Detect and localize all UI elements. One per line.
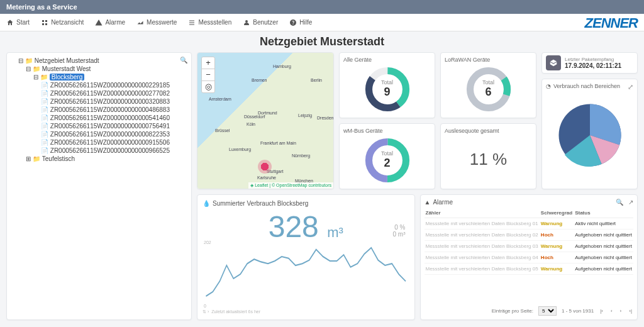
pager-prev[interactable]: ‹ bbox=[609, 308, 614, 314]
alarm-zaehler: Messstelle mit verschleierten Daten Bloc… bbox=[425, 252, 540, 263]
map-city: Karlsruhe bbox=[257, 175, 276, 180]
alarm-row[interactable]: Messstelle mit verschleierten Daten Bloc… bbox=[425, 263, 634, 275]
tree-device[interactable]: 📄 ZR00056266115WZ000000000000486883 bbox=[41, 106, 187, 114]
tree-device[interactable]: 📄 ZR00056266115WZ000000000000822353 bbox=[41, 130, 187, 138]
col-severity[interactable]: Schweregrad bbox=[540, 208, 574, 218]
tree-device[interactable]: 📄 ZR00056266115WZ000000000000915506 bbox=[41, 138, 187, 147]
col-zaehler[interactable]: Zähler bbox=[425, 208, 540, 218]
brand-logo: ZENNER bbox=[585, 15, 638, 31]
tree-device[interactable]: 📄 ZR00056266115WZ000000000000541460 bbox=[41, 114, 187, 122]
alarm-status: Aufgehoben nicht quittiert bbox=[574, 230, 633, 241]
alarm-severity: Hoch bbox=[540, 252, 574, 263]
alarm-status: Aufgehoben nicht quittiert bbox=[574, 241, 633, 252]
menu-netzansicht[interactable]: Netzansicht bbox=[41, 19, 84, 26]
map-zoom-out[interactable]: − bbox=[202, 69, 214, 81]
menu-messwerte[interactable]: Messwerte bbox=[136, 19, 177, 26]
tree-level1[interactable]: ⊟ 📁 Musterstadt West bbox=[26, 65, 187, 73]
sort-icon[interactable]: ⇅ bbox=[203, 309, 206, 314]
donut-total-label: Total bbox=[381, 79, 393, 86]
consumption-chart: 202 0 bbox=[203, 239, 409, 309]
tree-l1-label: Musterstadt West bbox=[42, 65, 91, 72]
app-title: Metering as a Service bbox=[6, 3, 77, 11]
map-attribution: ◈ Leaflet | © OpenStreetMap contributors bbox=[248, 182, 333, 189]
last-packet-card: Letzter Paketempfang17.9.2024, 02:11:21 bbox=[541, 52, 638, 74]
pager-per-select[interactable]: 5 bbox=[538, 306, 557, 316]
tree-device[interactable]: 📄 ZR00056266115WZ000000000000966525 bbox=[41, 147, 187, 155]
tree-root[interactable]: ⊟ 📁 Netzgebiet Musterstadt bbox=[18, 57, 180, 65]
alarms-search-icon[interactable]: 🔍 bbox=[616, 199, 623, 206]
alarms-label: Alarme bbox=[433, 199, 453, 206]
y-tick: 202 bbox=[204, 240, 211, 245]
tree-sibling-label: Teufelstisch bbox=[42, 155, 75, 162]
tree-search-icon[interactable]: 🔍 bbox=[180, 57, 187, 64]
alarms-card: ▲Alarme 🔍↗ Zähler Schweregrad Status Mes… bbox=[420, 194, 638, 320]
tree-sibling[interactable]: ⊞ 📁 Teufelstisch bbox=[26, 155, 187, 163]
expand-icon[interactable]: ⤢ bbox=[628, 83, 633, 91]
map-city: Frankfurt am Main bbox=[260, 141, 296, 145]
alarms-expand-icon[interactable]: ↗ bbox=[628, 199, 633, 206]
y-min: 0 bbox=[204, 304, 206, 308]
alarm-row[interactable]: Messstelle mit verschleierten Daten Bloc… bbox=[425, 241, 634, 252]
alarms-table: Zähler Schweregrad Status Messstelle mit… bbox=[425, 208, 634, 275]
donut-value: 6 bbox=[482, 86, 494, 99]
menu-hilfe[interactable]: Hilfe bbox=[289, 19, 312, 26]
pie-label: Verbrauch nach Bereichen bbox=[553, 83, 620, 89]
pager-next[interactable]: › bbox=[619, 308, 623, 314]
map-city: Berlin bbox=[311, 78, 322, 82]
menu-messstellen[interactable]: Messstellen bbox=[188, 19, 231, 26]
pager-range: 1 - 5 von 1931 bbox=[562, 308, 594, 314]
tree-selected[interactable]: ⊟ 📁 Blocksberg bbox=[33, 73, 187, 81]
quote-label: Auslesequote gesamt bbox=[445, 128, 532, 134]
map-city: Brüssel bbox=[215, 128, 230, 133]
alarm-row[interactable]: Messstelle mit verschleierten Daten Bloc… bbox=[425, 252, 634, 263]
alarm-row[interactable]: Messstelle mit verschleierten Daten Bloc… bbox=[425, 218, 634, 230]
pager-first[interactable]: |‹ bbox=[599, 308, 604, 314]
menu-start[interactable]: Start bbox=[6, 19, 30, 26]
alarm-zaehler: Messstelle mit verschleierten Daten Bloc… bbox=[425, 218, 540, 230]
tree-device[interactable]: 📄 ZR00056266115WZ000000000000756491 bbox=[41, 122, 187, 130]
map-city: Dortmund bbox=[258, 111, 277, 115]
donut-wmbus: wM-Bus Geräte Total2 bbox=[339, 123, 435, 189]
tree-device[interactable]: 📄 ZR00056266115WZ000000000000320883 bbox=[41, 97, 187, 106]
warn-icon: ▲ bbox=[425, 199, 431, 206]
menu-label: Start bbox=[16, 19, 30, 26]
donut-all-devices: Alle Geräte Total9 bbox=[339, 52, 435, 118]
quote-value: 11 % bbox=[445, 134, 532, 185]
pager-last[interactable]: ›| bbox=[628, 308, 633, 314]
map-locate[interactable]: ◎ bbox=[202, 81, 214, 92]
alarm-row[interactable]: Messstelle mit verschleierten Daten Bloc… bbox=[425, 230, 634, 241]
consumption-delta: 0 %0 m³ bbox=[393, 224, 406, 238]
map-zoom-in[interactable]: + bbox=[202, 57, 214, 69]
consumption-label: Summierter Verbrauch Blocksberg bbox=[213, 200, 308, 207]
alarm-status: Aufgehoben nicht quittiert bbox=[574, 263, 633, 275]
alarm-severity: Warnung bbox=[540, 263, 574, 275]
menu-label: Netzansicht bbox=[51, 19, 84, 26]
map-city: Luxemburg bbox=[229, 147, 251, 152]
map-marker[interactable] bbox=[258, 160, 272, 174]
consumption-footer: Zuletzt aktualisiert 6s her bbox=[211, 309, 260, 314]
map-city: Köln bbox=[247, 122, 255, 126]
consumption-card: 💧Summierter Verbrauch Blocksberg 328 m³ … bbox=[197, 194, 415, 320]
map-city: Amsterdam bbox=[209, 97, 231, 101]
map-city: Nürnberg bbox=[292, 153, 310, 158]
alarm-zaehler: Messstelle mit verschleierten Daten Bloc… bbox=[425, 263, 540, 275]
menu-label: Hilfe bbox=[299, 19, 312, 26]
col-status[interactable]: Status bbox=[574, 208, 633, 218]
map-card[interactable]: Hamburg Bremen Berlin Amsterdam Brüssel … bbox=[197, 52, 334, 189]
alarm-severity: Warnung bbox=[540, 218, 574, 230]
next-icon[interactable]: › bbox=[208, 309, 209, 314]
read-quote-card: Auslesequote gesamt 11 % bbox=[440, 123, 536, 189]
last-packet-value: 17.9.2024, 02:11:21 bbox=[565, 62, 621, 69]
map-city: Dresden bbox=[317, 116, 333, 120]
tree-device[interactable]: 📄 ZR00056266115WZ000000000000229185 bbox=[41, 81, 187, 89]
pie-card: ◔Verbrauch nach Bereichen ⤢ bbox=[541, 79, 638, 189]
tree-device[interactable]: 📄 ZR00056266115WZ000000000000277082 bbox=[41, 89, 187, 97]
map-city: Hamburg bbox=[273, 64, 291, 69]
page-title: Netzgebiet Musterstadt bbox=[0, 31, 644, 52]
menu-alarme[interactable]: Alarme bbox=[95, 19, 125, 26]
menu-label: Messstellen bbox=[198, 19, 231, 26]
alarm-zaehler: Messstelle mit verschleierten Daten Bloc… bbox=[425, 241, 540, 252]
menu-benutzer[interactable]: Benutzer bbox=[243, 19, 278, 26]
pager-per-label: Einträge pro Seite: bbox=[492, 308, 533, 314]
donut-label: LoRaWAN Geräte bbox=[445, 57, 532, 63]
